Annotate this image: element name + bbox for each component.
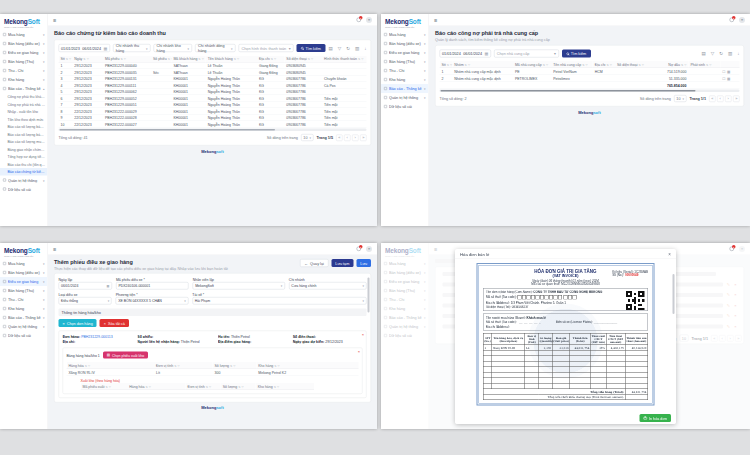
next-page-button[interactable]: › — [725, 95, 732, 102]
sort-icon[interactable]: ⇅ — [706, 63, 708, 66]
notification-bell-icon[interactable]: 2 — [357, 18, 362, 23]
column-filter-icon[interactable]: ▽ — [233, 364, 235, 367]
column-filter-icon[interactable]: ▽ — [149, 385, 151, 388]
column-filter-icon[interactable]: ▽ — [109, 385, 111, 388]
branch-filter-chip[interactable]: Chi nhánh kho hàng▾ — [154, 44, 192, 52]
search-button[interactable]: Tìm kiếm — [297, 44, 326, 52]
field-input[interactable]: 06/01/2024▦ — [59, 282, 112, 290]
field-input[interactable]: Cửa hàng chính▾ — [289, 282, 367, 290]
sidebar-item[interactable]: Báo cáo - Thống kê▾ — [381, 84, 429, 93]
table-row[interactable]: Xăng RON 95-IVLít300Mekong Petrol K2 — [67, 369, 359, 376]
table-header-cell[interactable]: Ngày⇅▽ — [72, 56, 103, 63]
column-filter-icon[interactable]: ▽ — [202, 58, 204, 61]
sort-icon[interactable]: ⇅ — [85, 364, 87, 367]
supplier-select[interactable]: Chọn nhà cung cấp ▾ — [494, 50, 559, 58]
hamburger-icon[interactable]: ≡ — [53, 17, 56, 23]
sidebar-item[interactable]: Bán hàng (Thu)▾ — [0, 286, 48, 295]
sidebar-subitem[interactable]: Công nợ phải thu khách hàng — [0, 93, 48, 101]
sort-icon[interactable]: ⇅ — [582, 63, 584, 66]
sort-icon[interactable]: ⇅ — [230, 364, 232, 367]
table-row[interactable]: 2Nhóm nhà cung cấp mặc địnhPETROLIMEXPet… — [440, 75, 740, 82]
table-header-cell[interactable]: Số điện thoại⇅▽ — [284, 56, 322, 63]
table-header-cell[interactable]: Kho hàng⇅▽ — [256, 383, 314, 390]
sort-icon[interactable]: ⇅ — [638, 63, 640, 66]
sidebar-subitem[interactable]: Tổng hợp sử dụng tiền chi — [0, 153, 48, 161]
column-filter-icon[interactable]: ▽ — [237, 58, 239, 61]
column-filter-icon[interactable]: ▽ — [468, 63, 470, 66]
back-button[interactable]: ←Quay lại — [300, 259, 329, 267]
sidebar-item[interactable]: Điều xe giao hàng▾ — [0, 277, 48, 286]
sort-icon[interactable]: ⇅ — [681, 63, 683, 66]
date-range-input[interactable]: 01/01/2024 06/01/2024 ▦ — [440, 50, 491, 58]
notification-bell-icon[interactable]: 2 — [357, 247, 362, 252]
column-filter-icon[interactable]: ▽ — [361, 58, 363, 61]
app-logo[interactable]: MekongSoft Quản lý kinh doanh xăng dầu — [0, 14, 48, 30]
horizontal-scrollbar[interactable] — [440, 90, 740, 93]
hamburger-icon[interactable]: ≡ — [53, 246, 56, 252]
sidebar-item[interactable]: Mua hàng▾ — [0, 259, 48, 268]
print-invoice-button[interactable]: In hóa đơn — [639, 414, 671, 422]
print-icon[interactable]: ▤ — [702, 51, 706, 56]
sort-icon[interactable]: ⇅ — [543, 63, 545, 66]
sidebar-item[interactable]: Bán hàng (Thu)▾ — [381, 57, 429, 66]
sidebar-item[interactable]: Báo cáo - Thống kê▴ — [0, 84, 48, 93]
columns-icon[interactable]: ▥ — [355, 46, 359, 51]
sort-icon[interactable]: ⇅ — [447, 63, 449, 66]
prev-page-button[interactable]: ‹ — [344, 134, 351, 141]
table-header-cell[interactable]: Nợ đầu⇅▽ — [647, 61, 688, 68]
sort-icon[interactable]: ⇅ — [105, 385, 107, 388]
sidebar-item[interactable]: Kho hàng▾ — [381, 75, 429, 84]
table-header-cell[interactable] — [720, 61, 739, 68]
sidebar-item[interactable]: Bán hàng (điều xe)▾ — [0, 39, 48, 48]
sidebar-item[interactable]: Kho hàng▾ — [0, 304, 48, 313]
sort-icon[interactable]: ⇅ — [238, 385, 240, 388]
table-header-cell[interactable]: Mã phiếu xuất⇅▽ — [81, 383, 128, 390]
column-filter-icon[interactable]: ▽ — [450, 63, 452, 66]
table-header-cell[interactable]: Nhóm⇅▽ — [452, 61, 513, 68]
delete-all-button[interactable]: ×Xóa tất cả — [100, 319, 129, 327]
per-page-select[interactable]: 10▾ — [301, 134, 314, 141]
sort-icon[interactable]: ⇅ — [308, 58, 310, 61]
table-header-cell[interactable]: Phát sinh⇅▽ — [688, 61, 720, 68]
sort-icon[interactable]: ⇅ — [606, 63, 608, 66]
sidebar-item[interactable]: Quản trị hệ thống▾ — [0, 176, 48, 185]
last-page-button[interactable]: » — [733, 95, 740, 102]
field-input[interactable]: XE BỒN 04XXXXX 5 CHÂN▾ — [116, 297, 189, 305]
sort-icon[interactable]: ⇅ — [274, 385, 276, 388]
sidebar-item[interactable]: Báo cáo - Thống kê▾ — [0, 313, 48, 322]
column-filter-icon[interactable]: ▽ — [278, 364, 280, 367]
horizontal-scrollbar[interactable] — [59, 129, 367, 132]
prev-page-button[interactable]: ‹ — [717, 95, 724, 102]
refresh-icon[interactable]: ↻ — [719, 51, 723, 56]
sidebar-item[interactable]: Dữ liệu sổ cái — [0, 331, 48, 340]
per-page-select[interactable]: 10▾ — [674, 95, 687, 102]
sort-icon[interactable]: ⇅ — [174, 364, 176, 367]
sort-icon[interactable]: ⇅ — [198, 58, 200, 61]
table-header-cell[interactable]: Stt⇅▽ — [440, 61, 453, 68]
sidebar-item[interactable]: Dữ liệu sổ cái — [381, 102, 429, 111]
table-header-cell[interactable]: Đơn vị tính⇅▽ — [154, 362, 212, 369]
app-logo[interactable]: MekongSoft Quản lý kinh doanh xăng dầu — [381, 14, 429, 30]
save-draft-button[interactable]: Lưu tạm — [331, 259, 353, 267]
sidebar-item[interactable]: Dữ liệu sổ cái — [0, 185, 48, 194]
choose-export-button[interactable]: ▤Chọn phiếu xuất kho — [103, 352, 148, 359]
sort-icon[interactable]: ⇅ — [145, 385, 147, 388]
sidebar-subitem[interactable]: Báo cáo thu chi (tồn quỹ) — [0, 161, 48, 169]
sidebar-item[interactable]: Điều xe giao hàng▾ — [0, 48, 48, 57]
column-filter-icon[interactable]: ▽ — [546, 63, 548, 66]
field-input[interactable]: Điều thẳng▾ — [59, 297, 112, 305]
column-filter-icon[interactable]: ▽ — [311, 58, 313, 61]
sidebar-item[interactable]: Thu - Chi▾ — [0, 66, 48, 75]
table-header-cell[interactable]: Hình thức thanh toán⇅▽ — [322, 56, 367, 63]
column-filter-icon[interactable]: ▽ — [177, 364, 179, 367]
sidebar-item[interactable]: Kho hàng▾ — [0, 75, 48, 84]
table-header-cell[interactable]: Số điện thoại⇅▽ — [615, 61, 647, 68]
sidebar-subitem[interactable]: Tồn kho theo định mức — [0, 116, 48, 124]
table-header-cell[interactable]: Số phiếu⇅▽ — [151, 56, 172, 63]
date-to[interactable]: 06/01/2024 — [82, 46, 101, 51]
table-header-cell[interactable]: Hàng hóa⇅▽ — [127, 383, 185, 390]
table-header-cell[interactable]: Mã phiếu⇅▽ — [103, 56, 151, 63]
column-filter-icon[interactable]: ▽ — [586, 63, 588, 66]
sidebar-subitem[interactable]: Nhập - xuất tồn kho — [0, 108, 48, 116]
table-header-cell[interactable]: Số lượng⇅▽ — [212, 362, 256, 369]
